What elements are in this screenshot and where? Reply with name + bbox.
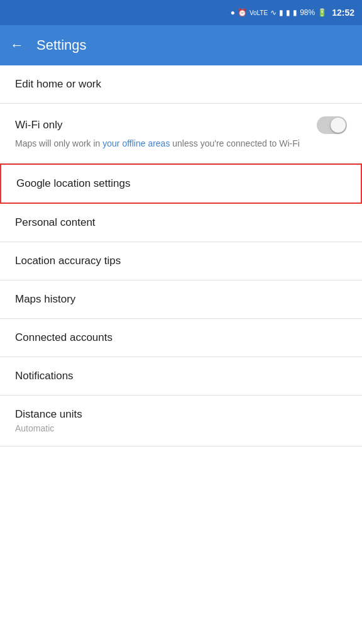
alarm-icon: ⏰ — [238, 8, 247, 17]
battery-percentage: 98% — [300, 8, 315, 17]
offline-areas-link[interactable]: your offline areas — [102, 138, 170, 148]
back-button[interactable]: ← — [10, 37, 24, 53]
location-icon: ● — [231, 8, 235, 17]
settings-content: Edit home or work Wi-Fi only Maps will o… — [0, 65, 362, 447]
volte-icon: VoLTE — [250, 9, 268, 16]
wifi-row-top: Wi-Fi only — [15, 116, 347, 134]
wifi-title: Wi-Fi only — [15, 119, 63, 131]
status-time: 12:52 — [332, 8, 354, 18]
setting-title-distance-units: Distance units — [15, 408, 82, 420]
setting-item-google-location-settings[interactable]: Google location settings — [0, 164, 362, 204]
setting-title-notifications: Notifications — [15, 370, 74, 382]
notification-icon: ▮ — [279, 8, 283, 17]
toggle-thumb — [331, 118, 346, 133]
setting-title-google-location-settings: Google location settings — [16, 177, 130, 189]
setting-item-maps-history[interactable]: Maps history — [0, 280, 362, 319]
setting-item-distance-units[interactable]: Distance units Automatic — [0, 396, 362, 447]
setting-title-edit-home-work: Edit home or work — [15, 78, 101, 90]
setting-item-location-accuracy-tips[interactable]: Location accuracy tips — [0, 242, 362, 280]
wifi-icon: ∿ — [270, 8, 277, 17]
status-bar: ● ⏰ VoLTE ∿ ▮ ▮ ▮ 98% 🔋 12:52 — [0, 0, 362, 25]
toggle-track — [317, 116, 347, 134]
app-bar-title: Settings — [36, 37, 87, 53]
battery-icon: 🔋 — [317, 8, 327, 17]
setting-title-location-accuracy-tips: Location accuracy tips — [15, 255, 121, 267]
setting-title-personal-content: Personal content — [15, 216, 96, 228]
status-icons: ● ⏰ VoLTE ∿ ▮ ▮ ▮ 98% 🔋 12:52 — [231, 8, 354, 18]
setting-item-notifications[interactable]: Notifications — [0, 357, 362, 396]
wifi-description: Maps will only work in your offline area… — [15, 138, 347, 150]
setting-item-wifi-only[interactable]: Wi-Fi only Maps will only work in your o… — [0, 104, 362, 164]
setting-title-maps-history: Maps history — [15, 293, 75, 305]
setting-title-connected-accounts: Connected accounts — [15, 331, 112, 343]
setting-item-edit-home-work[interactable]: Edit home or work — [0, 65, 362, 104]
setting-item-personal-content[interactable]: Personal content — [0, 204, 362, 242]
wifi-only-toggle[interactable] — [317, 116, 347, 134]
setting-item-connected-accounts[interactable]: Connected accounts — [0, 319, 362, 357]
app-bar: ← Settings — [0, 25, 362, 65]
signal-icon-2: ▮ — [293, 8, 297, 17]
signal-icon-1: ▮ — [286, 8, 290, 17]
setting-subtitle-distance-units: Automatic — [15, 423, 347, 433]
